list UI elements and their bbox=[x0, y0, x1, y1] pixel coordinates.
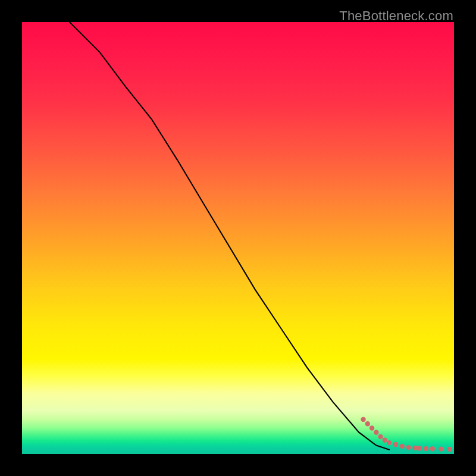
data-point bbox=[400, 444, 405, 449]
chart-frame: TheBottleneck.com bbox=[0, 0, 476, 476]
data-point bbox=[447, 447, 452, 452]
data-point bbox=[393, 442, 398, 447]
data-point bbox=[383, 438, 387, 443]
plot-area bbox=[22, 22, 454, 454]
data-point bbox=[412, 446, 417, 450]
data-point bbox=[424, 446, 428, 451]
data-point bbox=[417, 446, 422, 450]
data-point bbox=[387, 440, 392, 445]
data-point bbox=[361, 417, 365, 422]
data-point bbox=[374, 430, 378, 435]
data-point bbox=[378, 434, 383, 439]
data-point bbox=[365, 421, 370, 426]
data-point bbox=[439, 446, 443, 451]
points-svg bbox=[22, 22, 454, 454]
data-point bbox=[430, 446, 435, 451]
data-point bbox=[369, 425, 374, 430]
points-group bbox=[361, 417, 452, 452]
watermark-text: TheBottleneck.com bbox=[339, 8, 453, 24]
data-point bbox=[406, 445, 411, 450]
